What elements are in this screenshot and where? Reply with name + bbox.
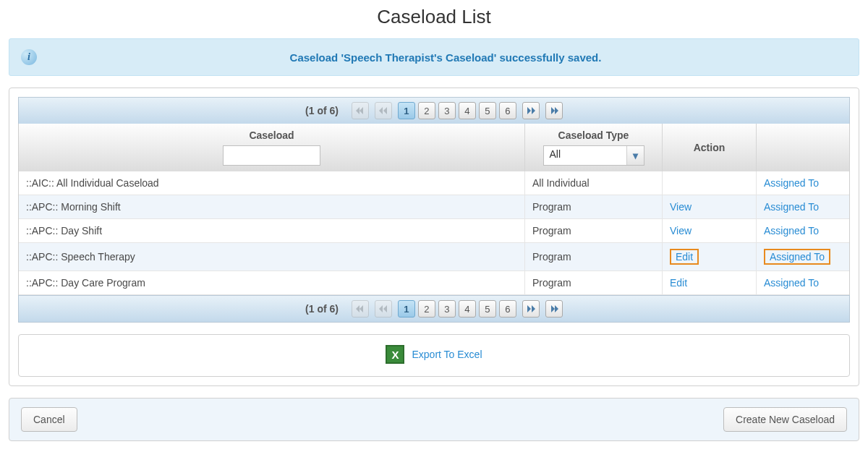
edit-link[interactable]: Edit [670,249,699,265]
page-number-2[interactable]: 2 [418,102,435,119]
type-filter-select[interactable]: All ▾ [543,145,644,166]
page-numbers: 123456 [398,300,516,318]
cell-caseload: ::APC:: Speech Therapy [19,243,525,270]
cell-action: View [663,219,757,242]
column-type: Caseload Type All ▾ [525,124,663,171]
page-title: Caseload List [9,6,859,28]
paginator-bottom: (1 of 6) 123456 [18,295,850,323]
page-info: (1 of 6) [305,303,339,315]
last-page-button[interactable] [545,300,563,318]
excel-icon [386,345,404,364]
column-caseload-label: Caseload [249,129,294,141]
prev-page-button[interactable] [375,102,392,119]
cell-caseload: ::APC:: Day Shift [19,219,525,242]
cell-type: All Individual [525,171,663,195]
page-number-4[interactable]: 4 [459,102,476,119]
alert-message: Caseload 'Speech Therapist's Caseload' s… [44,51,847,64]
cell-action: View [663,195,757,218]
cell-action [663,171,757,195]
cancel-button[interactable]: Cancel [21,407,77,432]
paginator-top: (1 of 6) 123456 [18,97,850,124]
cell-assigned: Assigned To [757,243,849,270]
page-number-5[interactable]: 5 [479,300,496,318]
create-caseload-button[interactable]: Create New Caseload [723,407,847,432]
assigned-to-link[interactable]: Assigned To [764,201,819,213]
last-page-button[interactable] [545,102,563,119]
table-row: ::APC:: Morning ShiftProgramViewAssigned… [19,195,849,219]
assigned-to-link[interactable]: Assigned To [764,177,819,189]
first-page-button[interactable] [352,102,369,119]
cell-assigned: Assigned To [757,195,849,218]
cell-action: Edit [663,271,757,294]
export-excel-link[interactable]: Export To Excel [386,345,482,364]
page-number-1[interactable]: 1 [398,102,415,119]
page-number-6[interactable]: 6 [499,102,516,119]
table-row: ::APC:: Day ShiftProgramViewAssigned To [19,219,849,243]
first-page-button[interactable] [352,300,369,318]
column-assigned [757,124,849,171]
page-number-3[interactable]: 3 [438,300,456,318]
table-row: ::APC:: Speech TherapyProgramEditAssigne… [19,243,849,271]
cell-type: Program [525,219,663,242]
caseload-table-panel: (1 of 6) 123456 Caseload Caseload Type A… [9,88,859,386]
cell-assigned: Assigned To [757,271,849,294]
type-filter-value: All [544,146,626,165]
edit-link[interactable]: Edit [670,277,687,289]
cell-assigned: Assigned To [757,219,849,242]
page-number-5[interactable]: 5 [479,102,496,119]
cell-type: Program [525,271,663,294]
column-caseload: Caseload [19,124,525,171]
info-icon: i [21,49,37,65]
column-action: Action [663,124,757,171]
page-number-4[interactable]: 4 [459,300,476,318]
export-label: Export To Excel [412,349,482,360]
cell-caseload: ::AIC:: All Individual Caseload [19,171,525,195]
table-row: ::APC:: Day Care ProgramProgramEditAssig… [19,271,849,295]
footer-bar: Cancel Create New Caseload [9,398,859,441]
page-info: (1 of 6) [305,105,339,116]
success-alert: i Caseload 'Speech Therapist's Caseload'… [9,38,859,76]
page-number-6[interactable]: 6 [499,300,516,318]
page-numbers: 123456 [398,102,516,119]
next-page-button[interactable] [522,300,540,318]
cell-type: Program [525,243,663,270]
page-number-3[interactable]: 3 [438,102,456,119]
cell-caseload: ::APC:: Morning Shift [19,195,525,218]
chevron-down-icon: ▾ [626,146,644,165]
table-header: Caseload Caseload Type All ▾ Action [18,124,850,171]
export-box: Export To Excel [18,334,850,377]
cell-type: Program [525,195,663,218]
assigned-to-link[interactable]: Assigned To [764,225,819,236]
view-link[interactable]: View [670,225,692,236]
caseload-filter-input[interactable] [223,145,320,166]
assigned-to-link[interactable]: Assigned To [764,249,830,265]
prev-page-button[interactable] [375,300,392,318]
cell-caseload: ::APC:: Day Care Program [19,271,525,294]
table-body: ::AIC:: All Individual CaseloadAll Indiv… [18,171,850,295]
page-number-1[interactable]: 1 [398,300,415,318]
view-link[interactable]: View [670,201,692,213]
column-action-label: Action [694,142,726,153]
cell-action: Edit [663,243,757,270]
cell-assigned: Assigned To [757,171,849,195]
column-type-label: Caseload Type [558,129,629,141]
page-number-2[interactable]: 2 [418,300,435,318]
next-page-button[interactable] [522,102,540,119]
table-row: ::AIC:: All Individual CaseloadAll Indiv… [19,171,849,195]
assigned-to-link[interactable]: Assigned To [764,277,819,289]
